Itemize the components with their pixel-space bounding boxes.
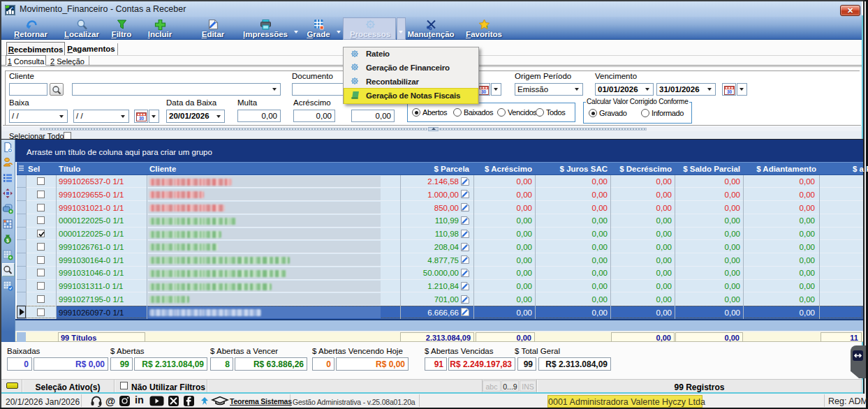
svg-text:30: 30 [480, 89, 486, 94]
svg-text:30: 30 [138, 116, 144, 121]
svg-text:30: 30 [726, 89, 732, 94]
svg-text:$: $ [6, 238, 9, 244]
